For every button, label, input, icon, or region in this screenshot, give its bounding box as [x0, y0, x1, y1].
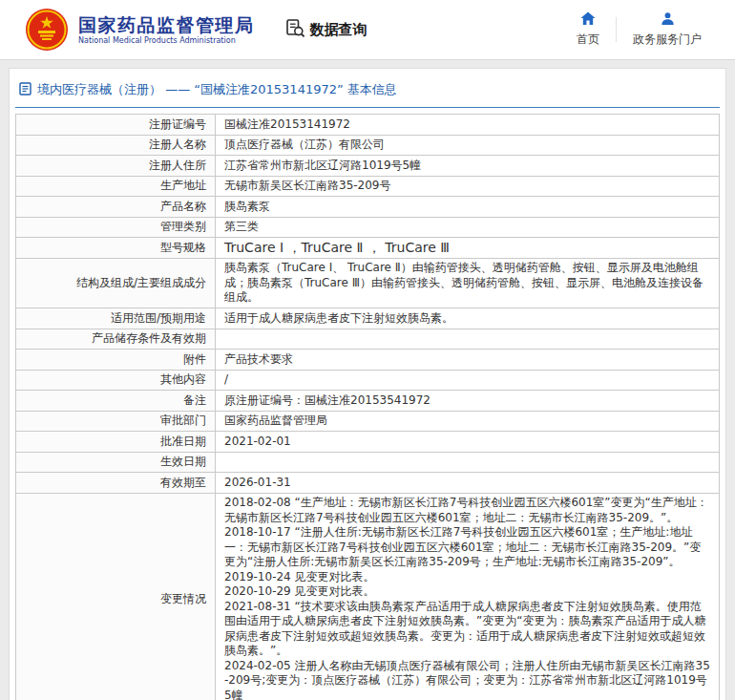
org-title: 国家药品监督管理局 National Medical Products Admi…: [78, 14, 255, 45]
row-value: 第三类: [216, 217, 720, 238]
row-value: 顶点医疗器械（江苏）有限公司: [216, 135, 720, 156]
org-name-en: National Medical Products Administration: [78, 36, 255, 46]
row-value: 2018-02-08 “生产地址：无锡市新区长江路7号科技创业园五区六楼601室…: [216, 493, 720, 700]
nav-portal[interactable]: 政务服务门户: [617, 11, 718, 48]
nav-portal-label: 政务服务门户: [633, 32, 702, 48]
nav-home-label: 首页: [577, 32, 599, 48]
breadcrumb: 境内医疗器械（注册） —— “国械注准20153141972” 基本信息: [15, 74, 720, 108]
org-name-cn: 国家药品监督管理局: [78, 14, 255, 36]
header-nav: 首页 政务服务门户: [560, 11, 718, 48]
page-body: 境内医疗器械（注册） —— “国械注准20153141972” 基本信息 注册证…: [0, 60, 735, 700]
row-value: 江苏省常州市新北区辽河路1019号5幢: [216, 156, 720, 177]
table-row: 结构及组成/主要组成成分胰岛素泵（TruCare Ⅰ、 TruCare Ⅱ）由输…: [16, 258, 720, 308]
document-icon: [19, 82, 32, 98]
row-value: 国械注准20153141972: [216, 115, 720, 136]
table-row: 附件产品技术要求: [16, 350, 720, 371]
row-label: 结构及组成/主要组成成分: [16, 258, 216, 308]
row-value: 无锡市新吴区长江南路35-209号: [216, 176, 720, 197]
row-label: 审批部门: [16, 411, 216, 432]
nav-data-query[interactable]: 数据查询: [285, 18, 368, 42]
row-value: TruCare Ⅰ ，TruCare Ⅱ ， TruCare Ⅲ: [216, 238, 720, 259]
table-row: 有效期至2026-01-31: [16, 473, 720, 494]
national-emblem-icon: [25, 8, 69, 52]
info-table-body: 注册证编号国械注准20153141972注册人名称顶点医疗器械（江苏）有限公司注…: [16, 115, 720, 700]
row-label: 适用范围/预期用途: [16, 308, 216, 329]
header: 国家药品监督管理局 National Medical Products Admi…: [0, 0, 735, 60]
row-value: 原注册证编号：国械注准20153541972: [216, 391, 720, 412]
data-search-icon: [285, 18, 305, 42]
user-icon: [661, 11, 675, 29]
row-label: 产品名称: [16, 197, 216, 218]
table-row: 产品名称胰岛素泵: [16, 197, 720, 218]
table-row: 注册证编号国械注准20153141972: [16, 115, 720, 136]
row-value: 2026-01-31: [216, 473, 720, 494]
row-label: 变更情况: [16, 493, 216, 700]
row-label: 产品储存条件及有效期: [16, 329, 216, 350]
table-row: 批准日期2021-02-01: [16, 432, 720, 453]
row-label: 生产地址: [16, 176, 216, 197]
table-row: 审批部门国家药品监督管理局: [16, 411, 720, 432]
row-value: 适用于成人糖尿病患者皮下注射短效胰岛素。: [216, 308, 720, 329]
row-label: 其他内容: [16, 370, 216, 391]
row-label: 附件: [16, 350, 216, 371]
row-value: 胰岛素泵（TruCare Ⅰ、 TruCare Ⅱ）由输药管接头、透明储药管舱、…: [216, 258, 720, 308]
content-panel: 境内医疗器械（注册） —— “国械注准20153141972” 基本信息 注册证…: [9, 68, 726, 700]
row-value: 胰岛素泵: [216, 197, 720, 218]
row-label: 注册证编号: [16, 115, 216, 136]
table-row: 注册人住所江苏省常州市新北区辽河路1019号5幢: [16, 156, 720, 177]
table-row: 型号规格TruCare Ⅰ ，TruCare Ⅱ ， TruCare Ⅲ: [16, 238, 720, 259]
table-row: 产品储存条件及有效期: [16, 329, 720, 350]
table-row: 其他内容/: [16, 370, 720, 391]
row-value: [216, 452, 720, 473]
row-value: 2021-02-01: [216, 432, 720, 453]
breadcrumb-text: 境内医疗器械（注册） —— “国械注准20153141972” 基本信息: [37, 81, 397, 98]
row-label: 型号规格: [16, 238, 216, 259]
row-label: 生效日期: [16, 452, 216, 473]
data-query-label: 数据查询: [310, 21, 368, 39]
row-label: 批准日期: [16, 432, 216, 453]
row-value: 国家药品监督管理局: [216, 411, 720, 432]
table-row: 生效日期: [16, 452, 720, 473]
info-table: 注册证编号国械注准20153141972注册人名称顶点医疗器械（江苏）有限公司注…: [15, 114, 720, 700]
row-value: [216, 329, 720, 350]
row-label: 有效期至: [16, 473, 216, 494]
row-label: 备注: [16, 391, 216, 412]
row-label: 注册人名称: [16, 135, 216, 156]
national-emblem-logo: [25, 8, 69, 52]
table-row: 管理类别第三类: [16, 217, 720, 238]
row-label: 管理类别: [16, 217, 216, 238]
table-row: 生产地址无锡市新吴区长江南路35-209号: [16, 176, 720, 197]
table-row: 注册人名称顶点医疗器械（江苏）有限公司: [16, 135, 720, 156]
table-row: 备注原注册证编号：国械注准20153541972: [16, 391, 720, 412]
row-label: 注册人住所: [16, 156, 216, 177]
table-row: 适用范围/预期用途适用于成人糖尿病患者皮下注射短效胰岛素。: [16, 308, 720, 329]
home-icon: [580, 11, 596, 29]
row-value: /: [216, 370, 720, 391]
table-row: 变更情况2018-02-08 “生产地址：无锡市新区长江路7号科技创业园五区六楼…: [16, 493, 720, 700]
row-value: 产品技术要求: [216, 350, 720, 371]
nav-home[interactable]: 首页: [560, 11, 616, 48]
